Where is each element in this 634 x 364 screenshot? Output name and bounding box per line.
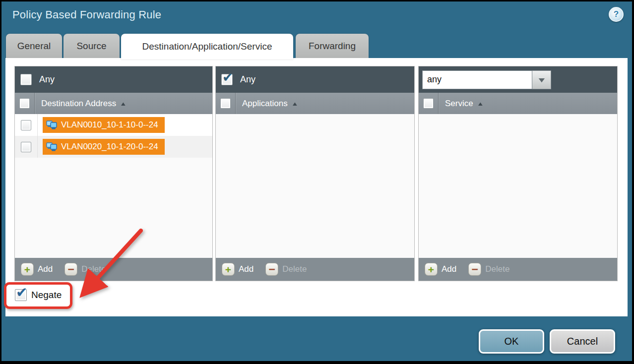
tab-destination-application-service[interactable]: Destination/Application/Service bbox=[121, 34, 293, 60]
help-icon[interactable]: ? bbox=[609, 7, 624, 22]
header-label: Service bbox=[445, 99, 473, 109]
minus-glyph: − bbox=[68, 264, 74, 275]
delete-button[interactable]: − Delete bbox=[265, 263, 307, 276]
cancel-button[interactable]: Cancel bbox=[550, 329, 615, 354]
ok-button[interactable]: OK bbox=[479, 329, 544, 354]
negate-label: Negate bbox=[31, 290, 62, 301]
row-checkbox[interactable] bbox=[21, 142, 31, 152]
service-column-header[interactable]: Service ▲ bbox=[445, 99, 483, 109]
minus-glyph: − bbox=[269, 264, 275, 275]
destination-any-bar: Any bbox=[15, 66, 212, 93]
row-checkbox-cell bbox=[15, 114, 38, 136]
service-list bbox=[419, 114, 617, 258]
tab-label: Source bbox=[76, 41, 106, 52]
delete-button[interactable]: − Delete bbox=[64, 263, 106, 276]
delete-icon: − bbox=[64, 263, 77, 276]
applications-panel: ✔ Any Applications ▲ + Add bbox=[215, 66, 415, 281]
address-object-label: VLAN0010_10-1-10-0--24 bbox=[61, 120, 158, 130]
tab-source[interactable]: Source bbox=[63, 34, 120, 59]
service-dropdown: any ▼ bbox=[422, 70, 551, 89]
service-dropdown-value[interactable]: any bbox=[422, 70, 532, 89]
sort-asc-icon: ▲ bbox=[291, 101, 299, 107]
sort-asc-icon: ▲ bbox=[120, 101, 127, 107]
tab-forwarding[interactable]: Forwarding bbox=[296, 34, 369, 59]
delete-icon: − bbox=[468, 263, 481, 276]
applications-any-label: Any bbox=[240, 74, 255, 85]
applications-column-header[interactable]: Applications ▲ bbox=[242, 99, 298, 109]
destination-address-list: VLAN0010_10-1-10-0--24 VLAN bbox=[15, 114, 212, 258]
select-all-cell bbox=[216, 93, 236, 114]
checkmark-icon: ✔ bbox=[222, 70, 233, 85]
negate-checkbox[interactable]: ✔ bbox=[15, 289, 27, 301]
tab-label: Destination/Application/Service bbox=[142, 41, 272, 52]
tab-label: Forwarding bbox=[309, 41, 356, 52]
plus-glyph: + bbox=[24, 264, 30, 275]
applications-any-bar: ✔ Any bbox=[216, 66, 414, 93]
destination-select-all-checkbox[interactable] bbox=[19, 98, 30, 109]
service-actions-bar: + Add − Delete bbox=[419, 258, 617, 281]
row-checkbox-cell bbox=[15, 136, 38, 158]
header-label: Destination Address bbox=[41, 99, 116, 109]
add-button[interactable]: + Add bbox=[425, 263, 456, 276]
address-object-item[interactable]: VLAN0020_10-1-20-0--24 bbox=[43, 139, 165, 155]
select-all-cell bbox=[15, 93, 35, 114]
applications-any-checkbox[interactable]: ✔ bbox=[221, 74, 233, 85]
destination-any-checkbox[interactable] bbox=[20, 74, 32, 85]
table-row: VLAN0020_10-1-20-0--24 bbox=[15, 136, 212, 158]
delete-label: Delete bbox=[485, 264, 509, 274]
add-label: Add bbox=[38, 264, 53, 274]
tab-content-area: Any Destination Address ▲ bbox=[5, 58, 628, 316]
address-object-item[interactable]: VLAN0010_10-1-10-0--24 bbox=[43, 117, 165, 133]
destination-actions-bar: + Add − Delete bbox=[15, 258, 212, 281]
table-row: VLAN0010_10-1-10-0--24 bbox=[15, 114, 212, 136]
service-header-row: Service ▲ bbox=[419, 93, 617, 114]
service-panel: any ▼ Service ▲ + Add bbox=[418, 66, 618, 281]
destination-column-header[interactable]: Destination Address ▲ bbox=[41, 99, 126, 109]
applications-header-row: Applications ▲ bbox=[216, 93, 414, 114]
add-icon: + bbox=[222, 263, 235, 276]
minus-glyph: − bbox=[472, 264, 478, 275]
dialog-window: Policy Based Forwarding Rule ? General S… bbox=[0, 0, 634, 364]
row-checkbox[interactable] bbox=[21, 120, 31, 130]
network-icon bbox=[46, 120, 58, 130]
service-select-all-checkbox[interactable] bbox=[423, 98, 434, 109]
header-label: Applications bbox=[242, 99, 288, 109]
delete-label: Delete bbox=[282, 264, 307, 274]
select-all-cell bbox=[419, 93, 439, 114]
plus-glyph: + bbox=[428, 264, 434, 275]
dropdown-arrow-button[interactable]: ▼ bbox=[532, 70, 551, 89]
delete-label: Delete bbox=[81, 264, 106, 274]
chevron-down-icon: ▼ bbox=[536, 76, 547, 84]
destination-address-panel: Any Destination Address ▲ bbox=[14, 66, 213, 281]
applications-select-all-checkbox[interactable] bbox=[220, 98, 231, 109]
negate-row: ✔ Negate bbox=[15, 289, 62, 301]
network-icon bbox=[46, 142, 58, 152]
add-button[interactable]: + Add bbox=[21, 263, 53, 276]
delete-icon: − bbox=[265, 263, 278, 276]
add-button[interactable]: + Add bbox=[222, 263, 254, 276]
destination-header-row: Destination Address ▲ bbox=[15, 93, 212, 114]
add-icon: + bbox=[21, 263, 34, 276]
add-label: Add bbox=[239, 264, 254, 274]
address-object-label: VLAN0020_10-1-20-0--24 bbox=[61, 142, 158, 152]
applications-actions-bar: + Add − Delete bbox=[216, 258, 414, 281]
tab-general[interactable]: General bbox=[6, 34, 62, 59]
add-label: Add bbox=[442, 264, 456, 274]
checkmark-icon: ✔ bbox=[16, 284, 27, 301]
plus-glyph: + bbox=[225, 264, 231, 275]
tab-label: General bbox=[17, 41, 51, 52]
destination-any-label: Any bbox=[39, 74, 55, 85]
help-glyph: ? bbox=[614, 9, 619, 19]
delete-button[interactable]: − Delete bbox=[468, 263, 509, 276]
service-selector-bar: any ▼ bbox=[419, 66, 617, 93]
applications-list bbox=[216, 114, 414, 258]
add-icon: + bbox=[425, 263, 438, 276]
dialog-title: Policy Based Forwarding Rule bbox=[12, 8, 161, 21]
sort-asc-icon: ▲ bbox=[477, 101, 484, 107]
